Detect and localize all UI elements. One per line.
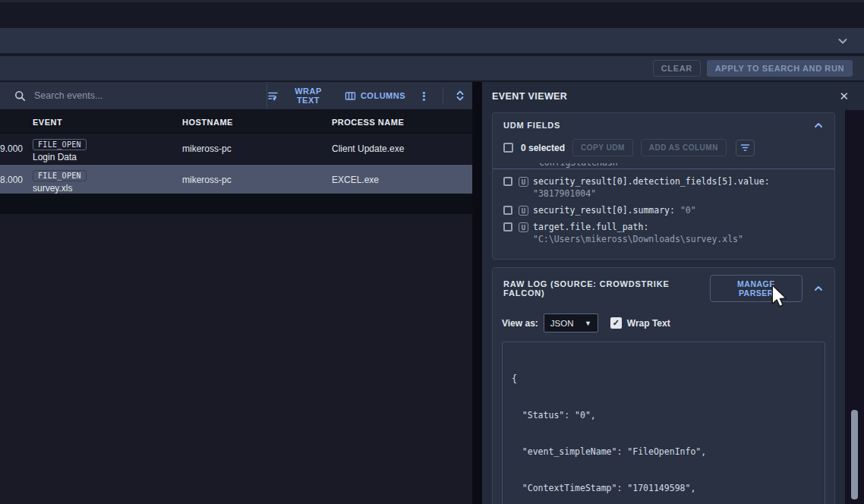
udm-controls: 0 selected COPY UDM ADD AS COLUMN xyxy=(493,134,834,163)
wrap-text-checkbox-label: Wrap Text xyxy=(627,318,670,329)
field-checkbox[interactable] xyxy=(503,177,512,186)
wrap-text-button[interactable]: WRAP TEXT xyxy=(267,87,333,105)
udm-u-icon: U xyxy=(519,206,528,216)
scrollbar-thumb[interactable] xyxy=(851,410,858,499)
udm-u-icon: U xyxy=(519,177,528,187)
udm-field-value: "3817901004" xyxy=(533,188,596,199)
wrap-text-label: WRAP TEXT xyxy=(283,87,333,105)
columns-icon xyxy=(345,90,356,102)
field-checkbox[interactable] xyxy=(503,222,512,232)
udm-fields-card: UDM FIELDS 0 selected COPY UDM ADD AS CO… xyxy=(492,112,835,260)
table-bottom-strip xyxy=(0,194,472,214)
query-bar xyxy=(0,28,864,55)
udm-field-key: security_result[0].detection_fields[5].v… xyxy=(533,176,770,187)
raw-log-head: RAW LOG (SOURCE: CROWDSTRIKE FALCON) MAN… xyxy=(493,268,834,305)
field-checkbox[interactable] xyxy=(503,206,512,215)
panel-scrollbar-track[interactable] xyxy=(845,110,864,504)
chevron-up-icon[interactable] xyxy=(813,120,824,131)
event-name: Login Data xyxy=(33,152,87,162)
event-type-badge: FILE_OPEN xyxy=(33,170,87,181)
udm-fields-head: UDM FIELDS xyxy=(493,113,834,134)
udm-fields-title: UDM FIELDS xyxy=(503,121,560,130)
event-viewer-title: EVENT VIEWER xyxy=(492,91,567,102)
timestamp-fragment: 8.000 xyxy=(0,175,23,185)
event-viewer-header: EVENT VIEWER ✕ xyxy=(482,82,864,110)
more-options-icon[interactable]: ⋮ xyxy=(417,90,431,102)
wrap-text-checkbox[interactable] xyxy=(610,317,622,329)
search-events-box[interactable] xyxy=(0,82,267,109)
raw-log-card: RAW LOG (SOURCE: CROWDSTRIKE FALCON) MAN… xyxy=(492,267,835,504)
events-toolbar: WRAP TEXT COLUMNS ⋮ xyxy=(0,82,472,110)
select-all-checkbox[interactable] xyxy=(503,143,513,153)
chevron-up-icon[interactable] xyxy=(813,283,824,294)
expand-collapse-icon[interactable] xyxy=(455,90,465,102)
column-header-process-name[interactable]: PROCESS NAME xyxy=(332,118,404,127)
event-cell: FILE_OPEN survey.xls xyxy=(33,168,87,194)
udm-field-key: security_result[0].summary: xyxy=(533,205,675,216)
table-header-row: EVENT HOSTNAME PROCESS NAME xyxy=(0,110,472,134)
udm-field-list: U security_result[0].detection_fields[5]… xyxy=(493,175,834,259)
view-as-select[interactable]: JSON ▼ xyxy=(544,313,598,332)
event-viewer-panel: EVENT VIEWER ✕ UDM FIELDS xyxy=(482,82,864,504)
json-line: "Status": "0", xyxy=(512,409,815,421)
wrap-text-icon xyxy=(267,90,279,102)
raw-log-title: RAW LOG (SOURCE: CROWDSTRIKE FALCON) xyxy=(503,279,710,298)
manage-parser-button[interactable]: MANAGE PARSER xyxy=(710,275,803,302)
json-line: "event_simpleName": "FileOpenInfo", xyxy=(512,446,815,458)
udm-field-clipped: "ConfigStateHash" xyxy=(503,163,824,169)
add-as-column-button[interactable]: ADD AS COLUMN xyxy=(641,139,727,156)
filter-icon xyxy=(740,143,750,152)
timestamp-fragment: 9.000 xyxy=(0,143,23,154)
table-row-selected[interactable]: 8.000 FILE_OPEN survey.xls mikeross-pc E… xyxy=(0,165,472,194)
udm-u-icon: U xyxy=(519,222,528,232)
column-header-event[interactable]: EVENT xyxy=(33,118,62,127)
events-panel: WRAP TEXT COLUMNS ⋮ xyxy=(0,82,472,504)
clear-button[interactable]: CLEAR xyxy=(653,60,701,77)
column-header-hostname[interactable]: HOSTNAME xyxy=(182,118,233,127)
selected-count-label: 0 selected xyxy=(521,143,565,153)
json-line: "ContextTimeStamp": "1701149598", xyxy=(512,482,815,494)
event-viewer-body: UDM FIELDS 0 selected COPY UDM ADD AS CO… xyxy=(482,110,845,504)
udm-field-row: U target.file.full_path: "C:\Users\miker… xyxy=(503,221,824,245)
udm-list-divider xyxy=(493,169,834,169)
close-icon[interactable]: ✕ xyxy=(839,90,849,102)
top-window-bar xyxy=(0,0,864,28)
udm-field-row: U security_result[0].detection_fields[5]… xyxy=(503,175,824,200)
process-name-cell: Client Update.exe xyxy=(332,143,404,154)
view-as-value: JSON xyxy=(550,319,574,328)
table-actions: WRAP TEXT COLUMNS ⋮ xyxy=(267,82,472,109)
action-bar: CLEAR APPLY TO SEARCH AND RUN xyxy=(0,56,864,82)
event-cell: FILE_OPEN Login Data xyxy=(33,137,87,162)
search-icon xyxy=(14,90,26,102)
screen: CLEAR APPLY TO SEARCH AND RUN xyxy=(0,0,864,504)
udm-field-value: "0" xyxy=(680,205,696,216)
filter-fields-button[interactable] xyxy=(736,140,755,156)
columns-button[interactable]: COLUMNS xyxy=(345,90,405,102)
raw-log-controls: View as: JSON ▼ Wrap Text xyxy=(493,305,834,342)
udm-field-row: U security_result[0].summary: "0" xyxy=(503,204,824,216)
apply-to-search-and-run-button[interactable]: APPLY TO SEARCH AND RUN xyxy=(707,60,853,77)
hostname-cell: mikeross-pc xyxy=(182,143,232,154)
main-area: WRAP TEXT COLUMNS ⋮ xyxy=(0,82,864,504)
toolbar-divider xyxy=(443,87,443,104)
columns-label: COLUMNS xyxy=(361,91,405,100)
search-events-input[interactable] xyxy=(33,90,222,102)
hostname-cell: mikeross-pc xyxy=(182,175,232,185)
panel-divider xyxy=(472,82,482,504)
json-line: { xyxy=(512,373,815,385)
raw-log-json[interactable]: { "Status": "0", "event_simpleName": "Fi… xyxy=(502,342,825,504)
select-caret-icon: ▼ xyxy=(585,320,591,327)
udm-field-key: target.file.full_path: xyxy=(533,222,648,232)
event-name: survey.xls xyxy=(33,183,87,194)
chevron-down-icon[interactable] xyxy=(837,35,849,47)
table-row[interactable]: 9.000 FILE_OPEN Login Data mikeross-pc C… xyxy=(0,134,472,165)
event-type-badge: FILE_OPEN xyxy=(33,139,87,150)
process-name-cell: EXCEL.exe xyxy=(332,175,379,185)
view-as-label: View as: xyxy=(502,318,538,329)
copy-udm-button[interactable]: COPY UDM xyxy=(572,139,633,156)
udm-field-value: "C:\Users\mikeross\Downloads\survey.xls" xyxy=(533,234,743,244)
